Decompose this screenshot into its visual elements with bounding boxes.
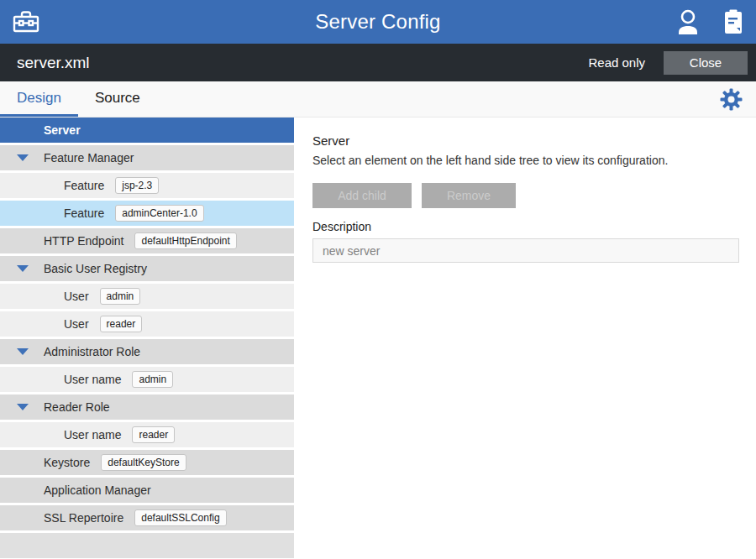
tree-item-badge: reader xyxy=(132,426,175,443)
tree-item-badge: defaultKeyStore xyxy=(101,454,186,471)
tree-item-label: Feature Manager xyxy=(44,151,134,165)
tree-item[interactable]: Basic User Registry xyxy=(0,256,294,281)
gear-icon[interactable] xyxy=(720,88,743,114)
tree-item-label: Feature xyxy=(64,179,104,192)
tree-item[interactable]: Administrator Role xyxy=(0,339,294,364)
tree-item-server-root[interactable]: Server xyxy=(0,118,294,143)
chevron-down-icon[interactable] xyxy=(17,265,29,272)
tree-item-label: Server xyxy=(44,123,81,137)
tree-item-label: Keystore xyxy=(44,456,90,469)
tab-bar: Design Source xyxy=(0,81,756,118)
tree-item-label: HTTP Endpoint xyxy=(44,234,123,248)
tree-item[interactable]: User reader xyxy=(0,311,294,337)
tree-item-label: Basic User Registry xyxy=(44,262,147,275)
tree-item-badge: jsp-2.3 xyxy=(115,177,159,194)
tree-item-label: User name xyxy=(64,373,121,386)
description-label: Description xyxy=(312,220,739,233)
tree-item[interactable]: User admin xyxy=(0,284,294,309)
tab-source[interactable]: Source xyxy=(78,90,157,117)
chevron-down-icon[interactable] xyxy=(17,154,29,161)
filename: server.xml xyxy=(17,54,90,72)
tree-item[interactable]: User name admin xyxy=(0,367,294,392)
read-only-label: Read only xyxy=(588,55,645,70)
tree-item-label: User xyxy=(64,290,89,303)
tree-item-label: Administrator Role xyxy=(44,345,140,358)
tree-item[interactable]: Application Manager xyxy=(0,478,294,503)
tree-item-badge: defaultHttpEndpoint xyxy=(134,232,236,249)
tree-item-label: User xyxy=(64,317,89,331)
add-child-button[interactable]: Add child xyxy=(312,183,412,208)
user-icon[interactable] xyxy=(675,8,701,35)
tree-item-label: Feature xyxy=(64,206,104,220)
tree-item-badge: admin xyxy=(100,288,141,305)
tree-item[interactable]: HTTP Endpoint defaultHttpEndpoint xyxy=(0,228,294,253)
description-input[interactable] xyxy=(312,238,739,263)
detail-panel: Server Select an element on the left han… xyxy=(294,118,756,558)
tree-item[interactable]: SSL Repertoire defaultSSLConfig xyxy=(0,505,294,530)
detail-title: Server xyxy=(312,133,739,148)
tree-item-label: Reader Role xyxy=(44,400,110,414)
tree-item-label: User name xyxy=(64,428,121,441)
config-tree: Server Feature Manager Feature jsp-2.3 F… xyxy=(0,118,294,558)
detail-hint: Select an element on the left hand side … xyxy=(312,154,739,167)
remove-button[interactable]: Remove xyxy=(422,183,516,208)
file-bar: server.xml Read only Close xyxy=(0,44,756,81)
tab-design[interactable]: Design xyxy=(0,90,78,117)
clipboard-icon[interactable] xyxy=(722,8,744,35)
tree-item[interactable]: Feature jsp-2.3 xyxy=(0,173,294,198)
tree-item-badge: reader xyxy=(100,316,143,332)
tree-item-label: SSL Repertoire xyxy=(44,511,123,525)
tree-item-badge: defaultSSLConfig xyxy=(134,509,226,526)
chevron-down-icon[interactable] xyxy=(17,348,29,355)
tree-item[interactable]: Feature adminCenter-1.0 xyxy=(0,201,294,226)
tree-item[interactable]: Reader Role xyxy=(0,394,294,420)
close-button[interactable]: Close xyxy=(664,51,748,75)
app-header: Server Config xyxy=(0,0,756,44)
tree-item-label: Application Manager xyxy=(44,483,151,497)
page-title: Server Config xyxy=(0,10,756,34)
tree-item-badge: adminCenter-1.0 xyxy=(115,205,203,222)
chevron-down-icon[interactable] xyxy=(17,404,29,410)
tree-item[interactable]: Feature Manager xyxy=(0,145,294,170)
tree-empty-area xyxy=(0,533,294,558)
tree-item[interactable]: User name reader xyxy=(0,422,294,447)
tree-item-badge: admin xyxy=(132,371,173,388)
tree-item[interactable]: Keystore defaultKeyStore xyxy=(0,450,294,475)
